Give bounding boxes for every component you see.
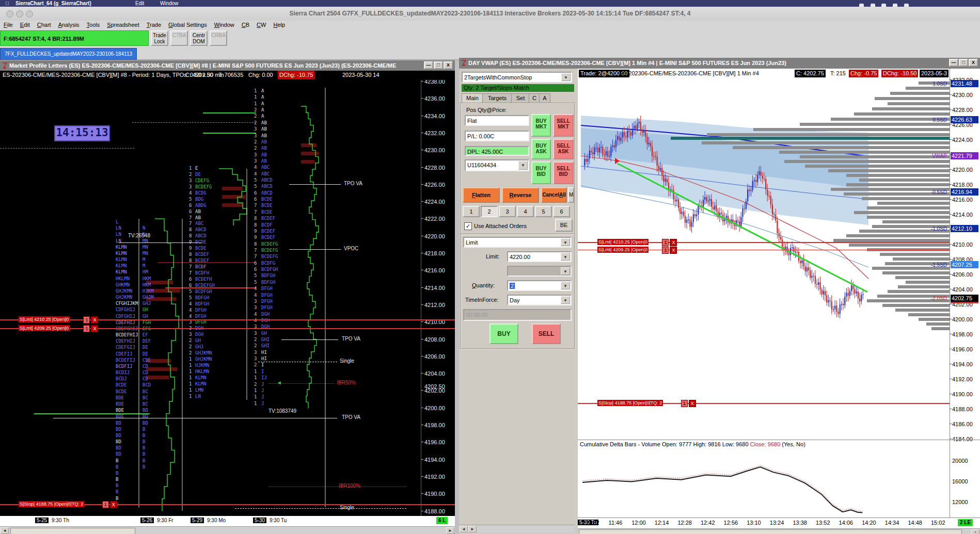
maximize-button[interactable]: □ <box>959 59 968 67</box>
toolbar-button-trade-lock[interactable]: Trade Lock <box>151 30 168 46</box>
order-qty-button[interactable]: 1 <box>681 400 688 407</box>
buy-ask-button[interactable]: BUYASK <box>531 139 551 159</box>
menu-chart[interactable]: Chart <box>34 21 55 29</box>
sell-mkt-button[interactable]: SELLMKT <box>553 114 574 137</box>
qty-preset-1[interactable]: 1 <box>463 206 480 217</box>
tab-targets[interactable]: Targets <box>482 93 512 103</box>
qty-preset-4[interactable]: 4 <box>517 206 534 217</box>
reverse-button[interactable]: Reverse <box>502 187 539 203</box>
limit-label: Limit: <box>486 253 499 260</box>
vwap-hscrollbar[interactable]: › <box>578 528 980 534</box>
trade-strategy-select[interactable]: 2TargetsWithCommonStop ▼ <box>462 72 572 83</box>
pl-field[interactable]: P/L: 0.00C <box>465 131 529 141</box>
sell-ask-button[interactable]: SELLASK <box>553 139 574 159</box>
qty-preset-3[interactable]: 3 <box>499 206 516 217</box>
tab-set[interactable]: Set <box>511 93 530 103</box>
be-button[interactable]: BE <box>555 219 573 232</box>
order-qty-button[interactable]: 1 <box>83 316 90 323</box>
scroll-right-icon[interactable]: › <box>971 529 979 534</box>
trade-panel-scrollbar[interactable]: ◄ ► <box>459 525 575 533</box>
order-cancel-button[interactable]: X <box>91 325 98 332</box>
scroll-thumb[interactable] <box>10 528 135 534</box>
menu-window[interactable]: Window <box>211 21 238 29</box>
tif-select[interactable]: Day ▼ <box>507 295 572 305</box>
time-label: 12:28 <box>677 520 692 526</box>
quantity-input[interactable]: 2 ▼ <box>507 280 572 291</box>
order-qty-button[interactable]: 1 <box>662 247 669 254</box>
m-button[interactable]: M <box>568 187 574 203</box>
order-cancel-button[interactable]: X <box>91 316 98 323</box>
menu-edit[interactable]: Edit <box>17 21 34 29</box>
qty-preset-6[interactable]: 6 <box>553 206 570 217</box>
flatten-button[interactable]: Flatten <box>463 187 500 203</box>
chevron-down-icon[interactable]: ▼ <box>518 161 528 170</box>
macos-app-name[interactable]: SierraChart_64 (g_SierraChart) <box>15 0 91 7</box>
order-cancel-button[interactable]: X <box>689 400 696 407</box>
order-label[interactable]: S|Lmt| 4209.25 |Open|0 <box>19 325 70 331</box>
close-button[interactable]: X <box>444 61 453 69</box>
sell-button[interactable]: SELL <box>532 323 561 344</box>
order-label[interactable]: S|Lmt| 4210.25 |Open|0 <box>19 316 70 322</box>
sell-bid-button[interactable]: SELLBID <box>553 161 574 184</box>
scroll-thumb[interactable] <box>579 529 962 534</box>
order-cancel-button[interactable]: X <box>110 501 117 508</box>
order-type-select[interactable]: Limit ▼ <box>463 237 572 248</box>
buy-bid-button[interactable]: BUYBID <box>531 161 551 184</box>
chevron-down-icon[interactable]: ▼ <box>561 253 570 261</box>
menu-analysis[interactable]: Analysis <box>55 21 83 29</box>
tpo-window-titlebar[interactable]: Market Profile Letters (ES) ES-202306-CM… <box>0 60 455 71</box>
chartbook-tab[interactable]: 7FX_FULLDECKES_updatedMAY2023-230106-184… <box>0 48 137 60</box>
close-button[interactable]: X <box>969 59 978 67</box>
chevron-down-icon[interactable]: ▼ <box>561 238 570 246</box>
limit-price-input[interactable]: 4220.00 ▼ <box>507 251 572 262</box>
tab-c[interactable]: C <box>529 93 540 103</box>
tab-main[interactable]: Main <box>462 93 483 103</box>
menu-trade[interactable]: Trade <box>143 21 165 29</box>
menu-help[interactable]: Help <box>270 21 289 29</box>
order-label[interactable]: S|Lmt| 4210.25 |Open|0 <box>597 239 649 245</box>
pos-qty-field[interactable]: Flat <box>465 115 529 126</box>
order-cancel-button[interactable]: X <box>670 239 677 246</box>
minimize-button[interactable]: — <box>424 61 433 69</box>
use-attached-checkbox[interactable]: ✓ <box>464 222 472 230</box>
menu-cw[interactable]: CW <box>253 21 270 29</box>
chevron-down-icon[interactable]: ▼ <box>561 282 570 289</box>
order-cancel-button[interactable]: X <box>670 247 677 254</box>
vwap-plot-area: Trade: 2@4200.00ES-202306-CME/MES-202306… <box>578 69 980 534</box>
scroll-left-icon[interactable]: ◄ <box>460 526 468 532</box>
menu-file[interactable]: File <box>0 21 17 29</box>
cancel-all-button[interactable]: CancelAll <box>541 187 567 203</box>
minimize-button[interactable]: — <box>949 59 958 67</box>
chevron-down-icon[interactable]: ▼ <box>561 296 570 304</box>
price-tick <box>950 364 952 364</box>
menu-cb[interactable]: CB <box>238 21 253 29</box>
qty-preset-5[interactable]: 5 <box>535 206 552 217</box>
buy-mkt-button[interactable]: BUYMKT <box>531 114 551 137</box>
menu-global-settings[interactable]: Global Settings <box>165 21 211 29</box>
scroll-left-icon[interactable]: ◄ <box>1 527 9 534</box>
apple-menu-icon[interactable]:  <box>5 0 9 7</box>
maximize-button[interactable]: □ <box>434 61 443 69</box>
qty-preset-2[interactable]: 2 <box>481 206 498 217</box>
toolbar-button-centr-dom[interactable]: Centr DOM <box>190 30 208 46</box>
order-qty-button[interactable]: 1 <box>102 501 109 508</box>
buy-button[interactable]: BUY <box>489 323 518 344</box>
order-qty-button[interactable]: 1 <box>83 325 90 332</box>
order-label[interactable]: S|Stop| 4188.75 |Open|0|TQ: 2 <box>19 501 84 507</box>
account-select[interactable]: U11604434 ▼ <box>465 159 529 171</box>
macos-menu-window[interactable]: Window <box>160 0 179 7</box>
order-label[interactable]: S|Lmt| 4209.25 |Open|0 <box>597 247 649 253</box>
menu-spreadsheet[interactable]: Spreadsheet <box>103 21 143 29</box>
chevron-down-icon[interactable]: ▼ <box>561 73 571 81</box>
menu-tools[interactable]: Tools <box>83 21 104 29</box>
order-qty-button[interactable]: 1 <box>662 239 669 246</box>
scroll-right-icon[interactable]: ► <box>446 527 454 534</box>
tab-a[interactable]: A <box>539 93 550 103</box>
time-field: 00:00:00 <box>463 309 572 321</box>
macos-menu-edit[interactable]: Edit <box>135 0 144 7</box>
vwap-window-titlebar[interactable]: DAY VWAP (ES) ES-202306-CME/MES-202306-C… <box>459 58 980 69</box>
scroll-right-icon[interactable]: ► <box>468 526 477 532</box>
tpo-hscrollbar[interactable]: ◄ ► <box>0 526 455 534</box>
sierra-chart-app:  SierraChart_64 (g_SierraChart) Edit Wi… <box>0 0 980 534</box>
order-label[interactable]: S|Stop| 4188.75 |Open|0|TQ: 2 <box>597 400 663 406</box>
